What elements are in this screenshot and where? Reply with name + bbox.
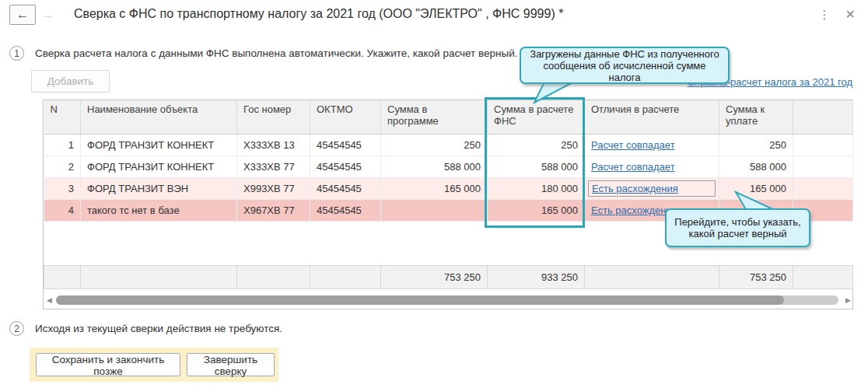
close-button[interactable]: ✕: [845, 7, 856, 22]
forward-arrow-icon: →: [41, 8, 54, 22]
more-menu-button[interactable]: ⋮: [818, 8, 831, 22]
scroll-left-icon[interactable]: ◀: [47, 296, 52, 304]
tooltip-go-to-specify: Перейдите, чтобы указать, какой расчет в…: [665, 208, 810, 247]
diff-link[interactable]: Есть расхождения: [592, 183, 678, 194]
cell-empty: [793, 134, 853, 156]
totals-cell-name: [81, 265, 237, 288]
page-title: Сверка с ФНС по транспортному налогу за …: [74, 7, 563, 21]
close-icon: ✕: [845, 8, 856, 21]
col-header-name: Наименование объекта: [81, 100, 237, 134]
cell-sum-fns: 180 000: [488, 177, 585, 199]
totals-cell-oktmo: [310, 265, 381, 288]
col-header-sum-fns: Сумма в расчете ФНС: [488, 100, 585, 134]
forward-button[interactable]: →: [36, 5, 59, 25]
step-1-text: Сверка расчета налога с данными ФНС выпо…: [35, 47, 518, 59]
step-1-badge: 1: [9, 46, 24, 61]
cell-oktmo: 45454545: [310, 134, 381, 156]
back-button[interactable]: ←: [9, 5, 36, 25]
focused-cell-frame: Есть расхождения: [588, 180, 716, 197]
cell-sum-pay: 588 000: [719, 156, 793, 177]
cell-empty: [793, 156, 853, 177]
totals-cell-n: [44, 265, 81, 288]
col-header-gos: Гос номер: [237, 100, 310, 134]
col-header-n: N: [44, 100, 81, 134]
totals-sum-program: 753 250: [381, 265, 488, 288]
diff-link[interactable]: Расчет совпадает: [591, 161, 675, 173]
add-button[interactable]: Добавить: [31, 70, 110, 93]
diff-link[interactable]: Расчет совпадает: [591, 139, 675, 151]
tooltip-loaded-fns-data: Загружены данные ФНС из полученного сооб…: [520, 47, 730, 84]
cell-diff: Есть расхождения: [585, 177, 719, 199]
cell-name: ФОРД ТРАНЗИТ КОННЕКТ: [81, 156, 237, 177]
cell-gos: Х333ХВ 77: [237, 156, 310, 177]
horizontal-scrollbar[interactable]: ◀ ▶: [44, 295, 852, 306]
cell-sum-fns: 588 000: [488, 156, 585, 177]
cell-diff: Расчет совпадает: [585, 156, 719, 177]
cell-n: 1: [44, 134, 81, 156]
finish-reconciliation-button[interactable]: Завершить сверку: [187, 353, 275, 376]
kebab-icon: ⋮: [819, 8, 831, 21]
cell-sum-program: 165 000: [381, 177, 488, 199]
cell-name: такого тс нет в базе: [81, 199, 237, 221]
cell-n: 4: [44, 199, 81, 221]
cell-gos: Х333ХВ 13: [237, 134, 310, 156]
back-arrow-icon: ←: [16, 8, 29, 22]
scrollbar-thumb[interactable]: [56, 295, 784, 305]
col-header-diff: Отличия в расчете: [585, 100, 719, 134]
totals-cell-gos: [237, 265, 310, 288]
cell-n: 2: [44, 156, 81, 177]
cell-sum-program: [381, 199, 488, 221]
cell-oktmo: 45454545: [310, 177, 381, 199]
cell-sum-fns: 250: [488, 134, 585, 156]
cell-n: 3: [44, 177, 81, 199]
cell-name: ФОРД ТРАНЗИТ ВЭН: [81, 177, 237, 199]
cell-gos: Х967ХВ 77: [237, 199, 310, 221]
totals-cell-empty: [793, 265, 853, 288]
col-header-oktmo: ОКТМО: [310, 100, 381, 134]
table-row[interactable]: 1 ФОРД ТРАНЗИТ КОННЕКТ Х333ХВ 13 4545454…: [44, 134, 853, 156]
table-totals-row: 753 250 933 250 753 250: [44, 265, 853, 288]
step-2-badge: 2: [9, 321, 24, 336]
app-window: ← → Сверка с ФНС по транспортному налогу…: [0, 0, 868, 388]
cell-diff: Расчет совпадает: [585, 134, 719, 156]
cell-gos: Х993ХВ 77: [237, 177, 310, 199]
totals-sum-pay: 753 250: [719, 265, 793, 288]
table-header-row: N Наименование объекта Гос номер ОКТМО С…: [44, 100, 853, 134]
tooltip-tail-icon: [527, 82, 582, 105]
col-header-sum-program: Сумма в программе: [381, 100, 488, 134]
cell-sum-pay: 250: [719, 134, 793, 156]
totals-cell-diff: [585, 265, 719, 288]
table-row[interactable]: 2 ФОРД ТРАНЗИТ КОННЕКТ Х333ХВ 77 4545454…: [44, 156, 853, 177]
cell-sum-program: 250: [381, 134, 488, 156]
totals-sum-fns: 933 250: [488, 265, 585, 288]
save-and-finish-later-button[interactable]: Сохранить и закончить позже: [36, 353, 180, 376]
cell-empty: [793, 177, 853, 199]
cell-sum-program: 588 000: [381, 156, 488, 177]
cell-sum-fns: 165 000: [488, 199, 585, 221]
scrollbar-track[interactable]: [56, 295, 838, 305]
col-header-sum-pay: Сумма к уплате: [719, 100, 793, 134]
cell-oktmo: 45454545: [310, 156, 381, 177]
cell-name: ФОРД ТРАНЗИТ КОННЕКТ: [81, 134, 237, 156]
scroll-right-icon[interactable]: ▶: [845, 296, 851, 304]
step-2-text: Исходя из текущей сверки действия не тре…: [35, 323, 282, 334]
col-header-empty: [793, 100, 853, 134]
cell-oktmo: 45454545: [310, 199, 381, 221]
